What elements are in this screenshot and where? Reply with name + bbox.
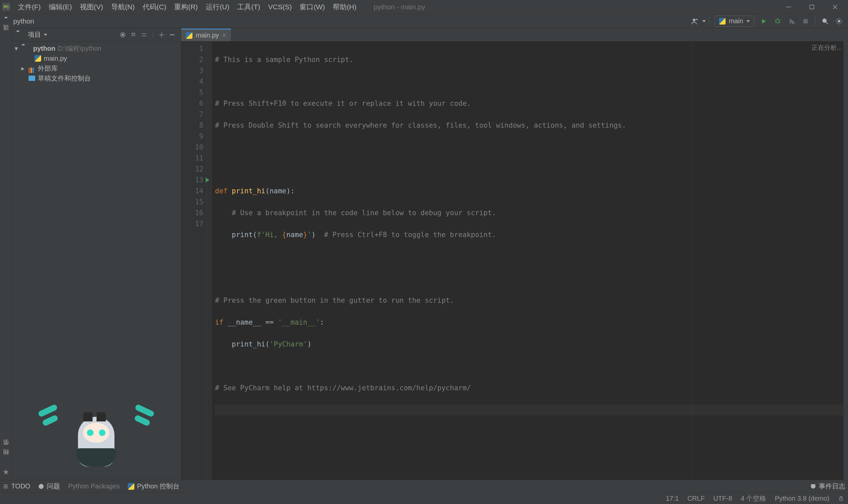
svg-line-16	[826, 22, 828, 24]
close-button[interactable]	[830, 2, 840, 12]
separator	[709, 17, 709, 26]
menu-run[interactable]: 运行(U)	[202, 0, 233, 14]
menu-help[interactable]: 帮助(H)	[329, 0, 360, 14]
scratches-icon	[29, 76, 35, 81]
code-token: name	[286, 231, 303, 239]
minimize-button[interactable]	[784, 2, 794, 12]
project-tool-window: 项目 ▾ python D:\编程\python	[12, 28, 181, 480]
code-line: # Press the green button in the gutter t…	[215, 296, 454, 304]
code-token: # Press Ctrl+F8 to toggle the breakpoint…	[316, 231, 496, 239]
menu-tools[interactable]: 工具(T)	[233, 0, 264, 14]
project-tree: ▾ python D:\编程\python main.py ▸ 外部库	[12, 41, 181, 85]
python-icon	[128, 483, 134, 490]
add-user-icon[interactable]: +	[688, 15, 701, 28]
python-console-tool-button[interactable]: Python 控制台	[128, 482, 179, 491]
project-tool-title: 项目	[28, 30, 41, 39]
settings-button[interactable]	[833, 15, 845, 28]
svg-rect-31	[840, 498, 843, 500]
todo-tool-button[interactable]: TODO	[3, 483, 30, 490]
svg-point-17	[838, 20, 840, 22]
tool-settings-icon[interactable]	[158, 31, 165, 39]
menu-window[interactable]: 窗口(W)	[296, 0, 329, 14]
structure-tool-button[interactable]: 结构	[2, 457, 10, 463]
chevron-right-icon: ▸	[21, 63, 26, 73]
run-config-selector[interactable]: main	[714, 16, 754, 27]
menu-edit[interactable]: 编辑(E)	[45, 0, 76, 14]
problems-label: 问题	[47, 482, 60, 491]
python-packages-tool-button[interactable]: Python Packages	[68, 483, 120, 490]
tree-root-row[interactable]: ▾ python D:\编程\python	[13, 43, 179, 53]
event-log-button[interactable]: 事件日志	[810, 482, 845, 491]
menu-file[interactable]: 文件(F)	[14, 0, 45, 14]
left-stripe: 项目 书签 结构 ★	[0, 28, 12, 480]
menu-vcs[interactable]: VCS(S)	[264, 0, 296, 14]
code-token: )	[307, 340, 312, 348]
code-line: # Press Shift+F10 to execute it or repla…	[215, 100, 471, 107]
readonly-lock-icon[interactable]	[838, 496, 844, 501]
svg-point-4	[693, 19, 695, 21]
project-view-dropdown-icon[interactable]	[44, 34, 47, 36]
editor: main.py × 正在分析... 1234 5678 9101112 13 1…	[181, 28, 848, 480]
code-area[interactable]: 1234 5678 9101112 13 14151617 # This is …	[181, 41, 848, 480]
select-opened-file-icon[interactable]	[119, 31, 127, 39]
run-button[interactable]	[757, 15, 770, 28]
menu-view[interactable]: 视图(V)	[76, 0, 107, 14]
maximize-button[interactable]	[807, 2, 817, 12]
right-margin-guide	[692, 41, 692, 480]
tree-root-path: D:\编程\python	[58, 43, 102, 53]
hide-tool-icon[interactable]	[168, 31, 176, 39]
svg-rect-1	[810, 5, 814, 9]
python-file-icon	[186, 32, 192, 39]
status-encoding[interactable]: UTF-8	[713, 495, 732, 502]
bookmarks-tool-button[interactable]: 书签	[2, 447, 10, 453]
add-user-dropdown-icon[interactable]	[702, 20, 706, 22]
menubar: PC 文件(F) 编辑(E) 视图(V) 导航(N) 代码(C) 重构(R) 运…	[0, 0, 848, 14]
stop-button[interactable]	[799, 15, 812, 28]
debug-button[interactable]	[771, 15, 784, 28]
status-indent[interactable]: 4 个空格	[741, 494, 766, 503]
menu-refactor[interactable]: 重构(R)	[170, 0, 202, 14]
menu-code[interactable]: 代码(C)	[139, 0, 170, 14]
nav-project-name[interactable]: python	[13, 17, 34, 25]
python-console-label: Python 控制台	[137, 482, 179, 491]
fold-gutter	[207, 41, 212, 480]
svg-text:+: +	[696, 18, 697, 21]
status-line-separator[interactable]: CRLF	[687, 495, 705, 502]
app-icon: PC	[1, 2, 11, 12]
run-gutter-icon[interactable]	[206, 178, 209, 182]
tab-label: main.py	[196, 32, 219, 39]
separator	[153, 32, 153, 38]
search-everywhere-button[interactable]	[819, 15, 831, 28]
bottom-tool-bar: TODO 问题 Python Packages Python 控制台 事件日志	[0, 480, 848, 492]
collapse-all-icon[interactable]	[140, 31, 148, 39]
code-token: '__main__'	[278, 318, 320, 326]
tree-file-name: main.py	[44, 53, 67, 63]
svg-rect-14	[803, 19, 808, 23]
python-icon	[719, 18, 726, 24]
tree-scratches[interactable]: 草稿文件和控制台	[13, 73, 179, 83]
code-text[interactable]: # This is a sample Python script. # Pres…	[212, 41, 848, 480]
tree-file-main[interactable]: main.py	[13, 53, 179, 63]
svg-point-29	[41, 487, 42, 488]
menu-navigate[interactable]: 导航(N)	[107, 0, 139, 14]
window-controls	[784, 2, 847, 12]
tab-main[interactable]: main.py ×	[181, 29, 231, 41]
status-caret-pos[interactable]: 17:1	[666, 495, 679, 502]
run-coverage-button[interactable]	[785, 15, 798, 28]
tree-external-libs[interactable]: ▸ 外部库	[13, 63, 179, 73]
code-line: # This is a sample Python script.	[215, 56, 353, 64]
status-interpreter[interactable]: Python 3.8 (demo)	[775, 495, 829, 502]
editor-scrollbar[interactable]	[843, 41, 848, 480]
code-token: f'Hi,	[257, 231, 282, 239]
code-token: print	[232, 231, 253, 239]
nav-bar: python + main	[0, 14, 848, 28]
code-token: :	[320, 318, 324, 326]
project-tool-button[interactable]: 项目	[2, 32, 10, 37]
expand-all-icon[interactable]	[129, 31, 137, 39]
problems-tool-button[interactable]: 问题	[38, 482, 60, 491]
code-token: (name):	[265, 187, 295, 195]
status-bar: 17:1 CRLF UTF-8 4 个空格 Python 3.8 (demo)	[0, 492, 848, 504]
favorites-icon[interactable]: ★	[3, 468, 9, 476]
project-tool-header: 项目	[12, 28, 181, 41]
close-tab-icon[interactable]: ×	[222, 32, 226, 39]
